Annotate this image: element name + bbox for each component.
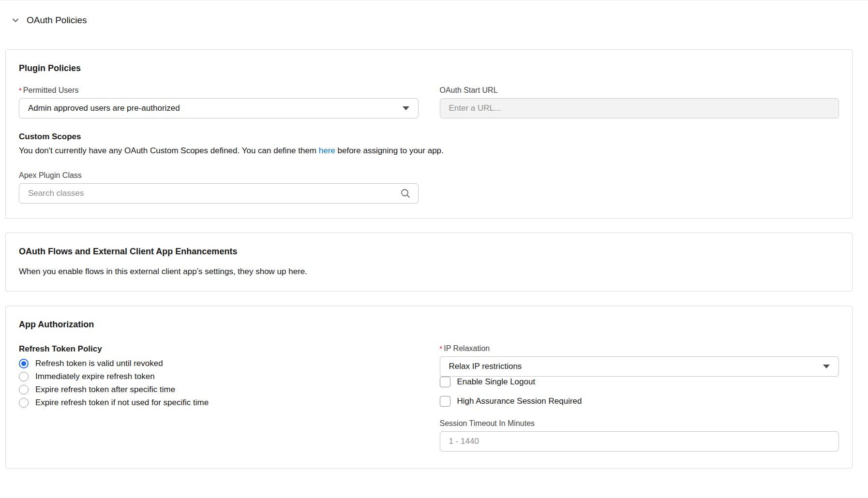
apex-plugin-class-input[interactable] — [19, 183, 419, 204]
app-authorization-card: App Authorization Refresh Token Policy R… — [5, 306, 853, 469]
session-timeout-label-text: Session Timeout In Minutes — [440, 419, 535, 428]
section-title: OAuth Policies — [27, 15, 87, 26]
radio-option-expire-after-time[interactable]: Expire refresh token after specific time — [19, 385, 419, 395]
enable-single-logout-label: Enable Single Logout — [457, 377, 536, 387]
permitted-users-value: Admin approved users are pre-authorized — [28, 103, 180, 113]
radio-option-label: Expire refresh token after specific time — [35, 385, 175, 395]
permitted-users-label: * Permitted Users — [19, 86, 419, 95]
apex-plugin-class-label: Apex Plugin Class — [19, 171, 839, 180]
custom-scopes-text-before: You don't currently have any OAuth Custo… — [19, 146, 319, 155]
required-asterisk: * — [19, 86, 22, 94]
app-authorization-title: App Authorization — [19, 320, 839, 330]
permitted-users-label-text: Permitted Users — [23, 86, 79, 95]
refresh-token-policy-group: Refresh Token Policy Refresh token is va… — [19, 344, 419, 411]
apex-plugin-class-field — [19, 183, 419, 204]
oauth-start-url-field: OAuth Start URL — [440, 86, 839, 118]
high-assurance-session-row[interactable]: High Assurance Session Required — [440, 396, 839, 407]
oauth-flows-title: OAuth Flows and External Client App Enha… — [19, 247, 839, 257]
required-asterisk: * — [440, 344, 443, 352]
chevron-down-icon[interactable] — [11, 16, 20, 25]
apex-plugin-class-label-text: Apex Plugin Class — [19, 171, 82, 180]
ip-relaxation-value: Relax IP restrictions — [449, 362, 522, 371]
oauth-start-url-label-text: OAuth Start URL — [440, 86, 498, 95]
radio-option-label: Immediately expire refresh token — [35, 372, 155, 381]
radio-option-expire-if-unused[interactable]: Expire refresh token if not used for spe… — [19, 398, 419, 408]
refresh-token-radio-2[interactable] — [19, 385, 29, 395]
search-icon — [400, 188, 411, 199]
oauth-policies-page: OAuth Policies Plugin Policies * Permitt… — [0, 0, 868, 498]
high-assurance-session-checkbox[interactable] — [440, 396, 450, 407]
plugin-policies-card: Plugin Policies * Permitted Users Admin … — [5, 49, 853, 219]
refresh-token-policy-label: Refresh Token Policy — [19, 344, 419, 354]
here-link[interactable]: here — [319, 146, 335, 155]
session-timeout-input[interactable] — [440, 431, 839, 452]
chevron-down-icon — [403, 106, 409, 110]
custom-scopes-text-after: before assigning to your app. — [335, 146, 444, 155]
enable-single-logout-row[interactable]: Enable Single Logout — [440, 377, 839, 387]
refresh-token-radio-3[interactable] — [19, 398, 29, 408]
radio-option-label: Expire refresh token if not used for spe… — [35, 398, 209, 408]
permitted-users-field: * Permitted Users Admin approved users a… — [19, 86, 419, 118]
custom-scopes-text: You don't currently have any OAuth Custo… — [19, 146, 839, 156]
custom-scopes-heading: Custom Scopes — [19, 132, 839, 142]
session-timeout-label: Session Timeout In Minutes — [440, 419, 839, 428]
high-assurance-session-label: High Assurance Session Required — [457, 396, 582, 406]
permitted-users-select[interactable]: Admin approved users are pre-authorized — [19, 98, 419, 118]
radio-option-valid-until-revoked[interactable]: Refresh token is valid until revoked — [19, 359, 419, 368]
ip-relaxation-label-text: IP Relaxation — [444, 344, 490, 353]
ip-relaxation-label: * IP Relaxation — [440, 344, 839, 353]
oauth-start-url-input — [440, 98, 839, 118]
ip-relaxation-select[interactable]: Relax IP restrictions — [440, 356, 839, 377]
oauth-flows-card: OAuth Flows and External Client App Enha… — [5, 233, 853, 292]
oauth-start-url-label: OAuth Start URL — [440, 86, 839, 95]
plugin-policies-title: Plugin Policies — [19, 63, 839, 73]
app-authorization-right-column: * IP Relaxation Relax IP restrictions En… — [440, 344, 839, 452]
refresh-token-radio-0[interactable] — [19, 359, 29, 368]
chevron-down-icon — [823, 365, 830, 368]
oauth-flows-description: When you enable flows in this external c… — [19, 266, 839, 277]
enable-single-logout-checkbox[interactable] — [440, 377, 450, 387]
radio-option-immediately-expire[interactable]: Immediately expire refresh token — [19, 372, 419, 381]
radio-option-label: Refresh token is valid until revoked — [35, 359, 163, 368]
oauth-policies-section-toggle[interactable]: OAuth Policies — [0, 0, 87, 26]
refresh-token-radio-1[interactable] — [19, 372, 29, 381]
